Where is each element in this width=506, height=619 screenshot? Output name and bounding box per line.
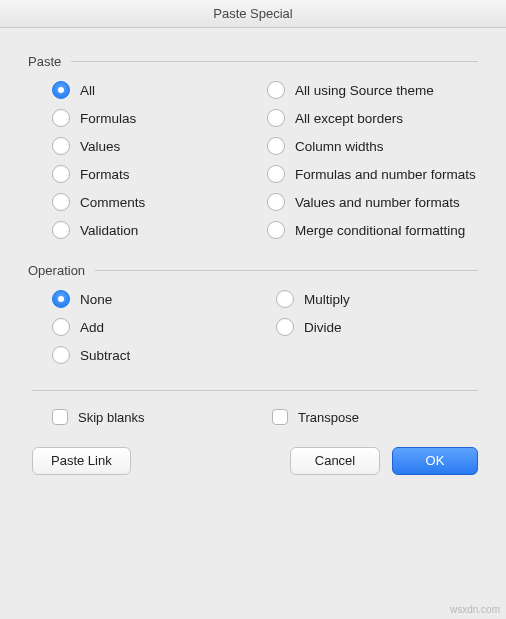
radio-label: All using Source theme [295,83,434,98]
radio-indicator [52,137,70,155]
radio-indicator [52,109,70,127]
checkbox-row: Skip blanks Transpose [28,409,478,425]
checkbox-indicator [52,409,68,425]
radio-none[interactable]: None [52,290,272,308]
radio-values-number-formats[interactable]: Values and number formats [267,193,478,211]
radio-label: Values [80,139,120,154]
radio-indicator [267,137,285,155]
divider [95,270,478,271]
cancel-button[interactable]: Cancel [290,447,380,475]
group-label-paste: Paste [28,54,478,69]
radio-formulas-number-formats[interactable]: Formulas and number formats [267,165,478,183]
radio-indicator [52,346,70,364]
radio-values[interactable]: Values [52,137,263,155]
paste-options: All All using Source theme Formulas All … [28,81,478,239]
radio-subtract[interactable]: Subtract [52,346,272,364]
radio-label: Divide [304,320,342,335]
radio-add[interactable]: Add [52,318,272,336]
radio-formats[interactable]: Formats [52,165,263,183]
radio-indicator [276,318,294,336]
radio-label: All except borders [295,111,403,126]
radio-formulas[interactable]: Formulas [52,109,263,127]
checkbox-label: Skip blanks [78,410,144,425]
radio-indicator [52,81,70,99]
radio-label: None [80,292,112,307]
group-label-operation: Operation [28,263,478,278]
paste-special-dialog: Paste Special Paste All All using Source… [0,0,506,619]
radio-multiply[interactable]: Multiply [276,290,478,308]
radio-label: Formulas [80,111,136,126]
radio-all[interactable]: All [52,81,263,99]
watermark: wsxdn.com [0,604,506,619]
radio-indicator [52,318,70,336]
radio-all-source-theme[interactable]: All using Source theme [267,81,478,99]
radio-indicator [267,109,285,127]
radio-label: Formats [80,167,130,182]
radio-validation[interactable]: Validation [52,221,263,239]
radio-indicator [267,81,285,99]
radio-all-except-borders[interactable]: All except borders [267,109,478,127]
ok-button[interactable]: OK [392,447,478,475]
checkbox-skip-blanks[interactable]: Skip blanks [52,409,272,425]
radio-label: Column widths [295,139,384,154]
radio-column-widths[interactable]: Column widths [267,137,478,155]
radio-label: Add [80,320,104,335]
dialog-content: Paste All All using Source theme Formula… [0,28,506,604]
checkbox-transpose[interactable]: Transpose [272,409,478,425]
radio-label: Values and number formats [295,195,460,210]
radio-indicator [52,290,70,308]
radio-divide[interactable]: Divide [276,318,478,336]
radio-label: All [80,83,95,98]
radio-label: Comments [80,195,145,210]
dialog-title: Paste Special [0,0,506,28]
radio-indicator [52,221,70,239]
radio-comments[interactable]: Comments [52,193,263,211]
radio-label: Validation [80,223,138,238]
radio-indicator [267,221,285,239]
checkbox-indicator [272,409,288,425]
divider [32,390,478,391]
button-row: Paste Link Cancel OK [28,447,478,481]
group-label-operation-text: Operation [28,263,85,278]
radio-label: Subtract [80,348,130,363]
divider [71,61,478,62]
radio-indicator [267,165,285,183]
radio-indicator [52,193,70,211]
radio-label: Formulas and number formats [295,167,476,182]
divider-row [28,390,478,391]
group-label-paste-text: Paste [28,54,61,69]
paste-link-button[interactable]: Paste Link [32,447,131,475]
radio-merge-conditional-formatting[interactable]: Merge conditional formatting [267,221,478,239]
operation-options: None Multiply Add Divide Subtract [28,290,478,364]
radio-label: Multiply [304,292,350,307]
radio-indicator [267,193,285,211]
radio-indicator [52,165,70,183]
checkbox-label: Transpose [298,410,359,425]
radio-indicator [276,290,294,308]
radio-label: Merge conditional formatting [295,223,465,238]
